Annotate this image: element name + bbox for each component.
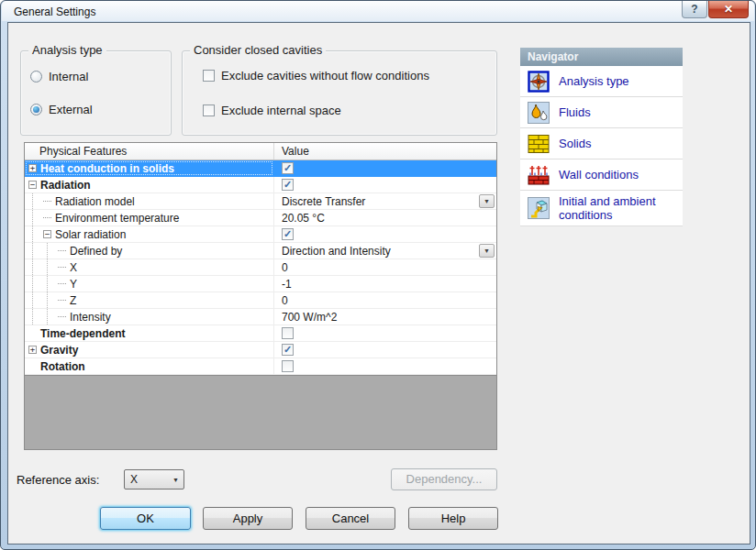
navigator-item-label: Fluids: [559, 105, 591, 119]
help-titlebar-button[interactable]: ?: [682, 1, 707, 18]
value-cell: 0: [273, 259, 496, 275]
feature-cell: +Heat conduction in solids: [25, 160, 273, 176]
tree-line: [43, 217, 51, 218]
closed-cavities-group: Consider closed cavities Exclude cavitie…: [182, 50, 497, 136]
value-checkbox[interactable]: ✓: [282, 179, 294, 191]
value-checkbox[interactable]: ✓: [282, 228, 294, 240]
feature-label: Gravity: [40, 344, 78, 357]
cancel-button[interactable]: Cancel: [306, 507, 395, 530]
tree-expander-icon[interactable]: +: [28, 346, 37, 354]
table-row[interactable]: Y -1: [25, 276, 496, 292]
external-radio[interactable]: [30, 104, 42, 116]
tree-expander-icon[interactable]: −: [28, 181, 37, 189]
feature-label: Y: [70, 278, 77, 291]
ok-button[interactable]: OK: [100, 507, 191, 530]
navigator-item[interactable]: Solids: [520, 128, 683, 160]
exclude-internal-space-checkbox[interactable]: [203, 104, 215, 116]
value-cell: 20.05 °C: [273, 210, 496, 226]
feature-label: Environment temperature: [55, 212, 179, 225]
table-row[interactable]: Defined by Direction and Intensity▼: [25, 243, 496, 259]
feature-cell: Environment temperature: [25, 210, 273, 226]
closed-cavities-legend: Consider closed cavities: [190, 43, 326, 57]
reference-axis-dropdown[interactable]: X ▼: [124, 469, 184, 490]
feature-cell: Z: [25, 292, 273, 308]
dropdown-button[interactable]: ▼: [479, 194, 495, 208]
tree-line: [58, 283, 66, 284]
dependency-button[interactable]: Dependency...: [391, 468, 497, 490]
table-row[interactable]: Radiation model Discrete Transfer▼: [25, 193, 496, 210]
value-cell: [273, 325, 496, 341]
tree-line: [58, 267, 66, 268]
navigator-item[interactable]: Fluids: [520, 97, 683, 128]
navigator-item[interactable]: Wall conditions: [520, 160, 683, 191]
column-header-physical-features: Physical Features: [25, 143, 273, 160]
close-button[interactable]: ✕: [708, 1, 749, 18]
feature-label: Intensity: [70, 311, 111, 324]
table-row[interactable]: Rotation: [25, 358, 496, 375]
dialog-body: Analysis type Internal External Consider…: [7, 22, 750, 544]
feature-label: Rotation: [40, 360, 85, 373]
navigator-item[interactable]: Analysis type: [520, 66, 683, 97]
navigator-item-label: Solids: [559, 137, 591, 150]
feature-label: Heat conduction in solids: [40, 162, 174, 175]
reference-axis-label: Reference axis:: [17, 473, 99, 487]
tree-expander-icon[interactable]: −: [43, 230, 51, 238]
feature-cell: Intensity: [25, 309, 273, 324]
tree-line: [47, 309, 48, 324]
feature-label: Radiation model: [55, 195, 135, 208]
help-button[interactable]: Help: [408, 507, 498, 530]
table-row[interactable]: −Radiation ✓: [25, 177, 496, 193]
feature-cell: Time-dependent: [25, 325, 273, 341]
value-cell: ✓: [273, 177, 496, 192]
table-header: Physical Features Value: [25, 143, 496, 160]
tree-line: [47, 259, 48, 275]
table-row[interactable]: Z 0: [25, 292, 496, 309]
apply-button[interactable]: Apply: [203, 507, 293, 530]
features-table-body: +Heat conduction in solids ✓ −Radiation …: [25, 160, 496, 375]
physical-features-table: Physical Features Value +Heat conduction…: [24, 142, 497, 450]
navigator-item[interactable]: Initial and ambient conditions: [520, 191, 683, 226]
feature-label: Defined by: [70, 245, 122, 258]
value-checkbox[interactable]: [282, 327, 294, 339]
feature-label: Z: [70, 294, 76, 307]
analysis-type-group: Analysis type Internal External: [20, 50, 172, 136]
feature-cell: Defined by: [25, 243, 273, 258]
fluids-icon: [528, 102, 550, 124]
navigator-item-label: Analysis type: [559, 74, 629, 88]
navigator-item-label: Wall conditions: [559, 168, 639, 182]
value-text: 0: [282, 294, 288, 307]
tree-line: [32, 243, 33, 258]
tree-line: [32, 309, 33, 324]
table-row[interactable]: Time-dependent: [25, 325, 496, 342]
tree-line: [47, 243, 48, 258]
tree-line: [32, 259, 33, 275]
exclude-internal-space-label: Exclude internal space: [221, 104, 341, 117]
table-row[interactable]: Intensity 700 W/m^2: [25, 309, 496, 325]
value-text: -1: [282, 278, 292, 291]
tree-line: [47, 276, 48, 292]
table-row[interactable]: X 0: [25, 259, 496, 276]
table-row[interactable]: Environment temperature 20.05 °C: [25, 210, 496, 226]
solids-icon: [528, 133, 550, 155]
value-checkbox[interactable]: [282, 360, 294, 372]
value-checkbox[interactable]: ✓: [282, 344, 294, 356]
value-text: Direction and Intensity: [282, 245, 391, 258]
initial-ambient-icon: [528, 197, 550, 219]
value-text: 0: [282, 261, 288, 274]
table-empty-area: [25, 375, 496, 449]
tree-line: [58, 316, 66, 317]
table-row[interactable]: +Heat conduction in solids ✓: [25, 160, 496, 177]
tree-line: [32, 210, 33, 226]
title-bar[interactable]: General Settings: [2, 1, 754, 21]
feature-label: X: [70, 261, 77, 274]
table-row[interactable]: +Gravity ✓: [25, 342, 496, 358]
value-checkbox[interactable]: ✓: [282, 162, 294, 174]
tree-expander-icon[interactable]: +: [28, 164, 37, 172]
table-row[interactable]: −Solar radiation ✓: [25, 226, 496, 243]
reference-axis-value: X: [130, 473, 138, 486]
exclude-cavities-checkbox[interactable]: [203, 70, 215, 82]
feature-label: Time-dependent: [40, 327, 125, 340]
dropdown-button[interactable]: ▼: [479, 244, 495, 258]
feature-cell: −Solar radiation: [25, 226, 273, 242]
internal-radio[interactable]: [30, 71, 42, 82]
